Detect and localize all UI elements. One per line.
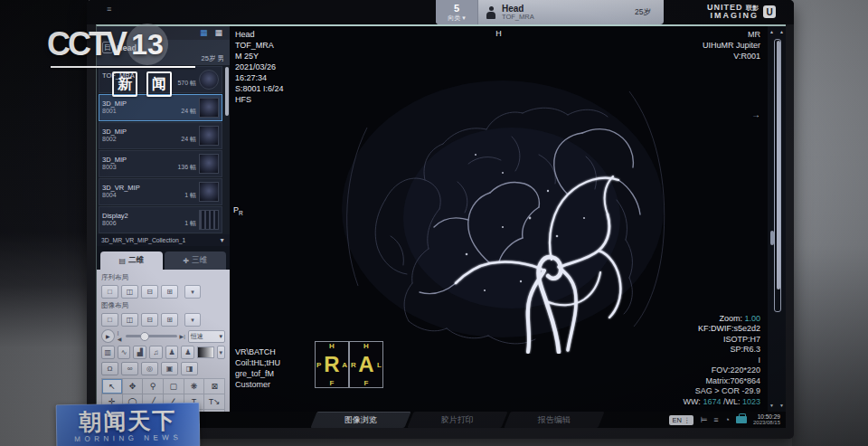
series-number: 8003 — [102, 164, 117, 171]
bar-chart-icon[interactable]: ▟ — [133, 346, 146, 359]
series-count: 5 — [454, 4, 459, 14]
orientation-markers: R H P A F A H R L F — [315, 341, 383, 388]
more-dots-icon: ⋮ — [684, 416, 691, 424]
image-layout-buttons: □ ◫ ⊟ ⊞ ▾ — [101, 313, 225, 327]
slider-knob[interactable] — [140, 332, 149, 341]
tab-report-edit[interactable]: 报告编辑 — [504, 412, 604, 428]
layout-1x2-button[interactable]: ◫ — [121, 285, 138, 299]
arrow-annotation-tool[interactable]: T↘ — [204, 394, 224, 409]
chevron-down-icon: ▾ — [462, 14, 466, 21]
window-gradient-control[interactable] — [197, 346, 213, 358]
first-frame-button[interactable]: |◀ — [118, 330, 123, 342]
viewer-scroll-strip: ▲ ▲ ▼ ▼ — [768, 26, 786, 412]
crop-tool[interactable]: ▢ — [164, 379, 184, 394]
mode-tabs: ▤ 二维 ✚ 三维 — [97, 246, 230, 270]
pointer-tool[interactable]: ↖ — [102, 379, 122, 394]
channel-number: 13 — [131, 28, 164, 62]
series-item[interactable]: 3D_MIP 8003136 幅 — [99, 150, 222, 177]
filter-icon[interactable]: ▼ — [219, 237, 225, 243]
gradient-dropdown[interactable]: ▾ — [217, 346, 225, 359]
layout-2x1-button[interactable]: ⊟ — [141, 313, 158, 327]
layers-icon: ▤ — [118, 257, 126, 265]
cctv-wordmark: CCTV — [47, 25, 125, 63]
copy-icon[interactable]: ◨ — [181, 362, 198, 375]
layout-1x1-button[interactable]: □ — [101, 313, 118, 327]
program-banner: 朝闻天下 MORNING NEWS — [56, 403, 201, 446]
layout-2x2-button[interactable]: ⊞ — [161, 285, 178, 299]
scroll-up-icon[interactable]: ▲ — [769, 29, 774, 34]
play-button[interactable]: ▶ — [101, 329, 115, 343]
target-icon[interactable]: ◎ — [141, 362, 158, 375]
program-subtitle: MORNING NEWS — [74, 432, 182, 442]
image-viewport[interactable]: HeadTOF_MRA M 25Y2021/03/26 16:27:34S:80… — [230, 26, 768, 412]
series-frames: 136 幅 — [177, 164, 196, 171]
caption-char-xin: 新 — [112, 71, 137, 97]
tab-film-print[interactable]: 胶片打印 — [407, 412, 507, 428]
layout-1x2-button[interactable]: ◫ — [121, 313, 138, 327]
system-clock: 10:50:29 2023/08/15 — [753, 413, 780, 426]
cine-controls: ▶ |◀ ▶| 恒速▾ — [101, 329, 225, 343]
waveform-icon[interactable]: ∿ — [118, 346, 131, 359]
background-wall — [792, 0, 868, 446]
united-imaging-mark-icon: U — [763, 5, 776, 18]
banner-series-name: TOF_MRA — [502, 14, 534, 21]
orientation-top-label: H — [495, 28, 502, 39]
series-count-dropdown[interactable]: 5 向类 ▾ — [436, 0, 478, 24]
protocol-info-overlay: VR\BATCHCoil:tHL;tHU gre_tof_fMCustomer — [235, 346, 280, 390]
series-thumbnail — [199, 210, 219, 230]
layout-more-dropdown[interactable]: ▾ — [184, 285, 201, 299]
delete-region-tool[interactable]: ⊠ — [204, 379, 224, 394]
link-series-icon[interactable]: ∞ — [121, 362, 138, 375]
patient-banner: 5 向类 ▾ Head TOF_MRA 25岁 — [436, 0, 664, 24]
series-number: 8001 — [102, 108, 117, 115]
layout-1x1-button[interactable]: □ — [101, 285, 118, 299]
notes-icon[interactable]: ♫ — [149, 346, 163, 359]
series-item[interactable]: 3D_MIP 800224 幅 — [99, 122, 222, 149]
scanner-info-overlay: MRUIHuMR Jupiter V:R001 — [703, 29, 760, 62]
series-name: 3D_VR_MIP — [102, 185, 196, 193]
last-frame-button[interactable]: ▶| — [180, 333, 185, 339]
speed-dropdown[interactable]: 恒速▾ — [188, 330, 225, 343]
enhance-tool[interactable]: ❋ — [184, 379, 204, 394]
clipboard-icon[interactable]: ▣ — [161, 362, 178, 375]
language-button[interactable]: EN⋮ — [669, 415, 694, 425]
window-menu-icon[interactable]: ≡ — [107, 5, 111, 14]
orientation-marker-a: A H R L F — [349, 341, 383, 388]
series-item[interactable]: Display2 80061 幅 — [99, 206, 222, 233]
series-item[interactable]: 3D_VR_MIP 80041 幅 — [99, 178, 222, 205]
tab-2d[interactable]: ▤ 二维 — [100, 251, 163, 270]
tab-3d[interactable]: ✚ 三维 — [165, 251, 227, 270]
body-front-icon[interactable]: ♟ — [165, 346, 179, 359]
pan-tool[interactable]: ✥ — [123, 379, 143, 394]
series-number: 8006 — [102, 220, 117, 227]
taskbar: 图像浏览 胶片打印 报告编辑 EN⋮ ⊨ ≡ ◔ 10:50:29 2023/0… — [97, 412, 786, 428]
tab-image-browse[interactable]: 图像浏览 — [310, 412, 410, 428]
magnet-icon[interactable]: Ω — [101, 362, 118, 375]
clock-icon[interactable]: ◔ — [725, 416, 730, 424]
scroll-down-icon[interactable]: ▼ — [769, 403, 774, 408]
series-frames: 1 幅 — [184, 192, 196, 199]
display-icon-row: ▥ ∿ ▟ ♫ ♟ ♟ ▾ — [101, 346, 225, 359]
histogram-icon[interactable]: ▥ — [101, 346, 115, 359]
nav-arrow-icon[interactable]: → — [751, 109, 760, 120]
scroll-down-icon[interactable]: ▼ — [779, 403, 784, 408]
viewer-scrollbar-thumb[interactable] — [777, 41, 780, 289]
scroll-up-icon[interactable]: ▲ — [779, 29, 784, 34]
slice-slider-handle[interactable] — [770, 231, 774, 245]
collection-row[interactable]: 3D_MR_VR_MIP_Collection_1 ▼ — [97, 234, 230, 246]
layout-2x2-button[interactable]: ⊞ — [161, 313, 178, 327]
layout-more-dropdown[interactable]: ▾ — [184, 313, 201, 327]
layout-2x1-button[interactable]: ⊟ — [141, 285, 158, 299]
cctv-channel-logo: CCTV 13 新 闻 — [47, 24, 228, 101]
frame-slider[interactable] — [126, 335, 177, 337]
zoom-tool[interactable]: ⚲ — [143, 379, 163, 394]
menu-icon[interactable]: ≡ — [713, 416, 718, 424]
playlist-icon[interactable]: ⊨ — [700, 416, 707, 424]
briefcase-icon[interactable] — [736, 416, 747, 423]
body-back-icon[interactable]: ♟ — [181, 346, 194, 359]
series-frames: 24 幅 — [181, 108, 196, 115]
series-name: 3D_MIP — [102, 157, 196, 165]
united-imaging-logo: UNITED 联影 IMAGING U — [707, 4, 776, 20]
series-layout-buttons: □ ◫ ⊟ ⊞ ▾ — [101, 285, 225, 299]
series-frames: 1 幅 — [184, 220, 196, 227]
